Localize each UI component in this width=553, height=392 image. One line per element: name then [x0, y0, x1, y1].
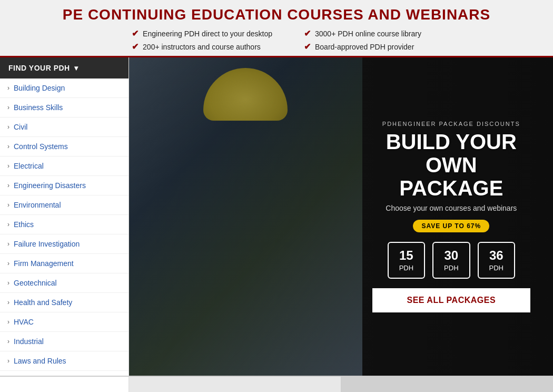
- feature-label-1: Engineering PDH direct to your desktop: [143, 30, 272, 38]
- pdh-number-15: 15: [399, 248, 413, 263]
- list-item: ›Engineering Disasters: [0, 176, 129, 195]
- sidebar-item-label: Health and Safety: [14, 298, 72, 307]
- sidebar-item-laws-rules[interactable]: ›Laws and Rules: [0, 351, 129, 370]
- sidebar-item-control-systems[interactable]: ›Control Systems: [0, 137, 129, 156]
- list-item: ›Building Design: [0, 79, 129, 98]
- chevron-icon: ›: [7, 279, 9, 287]
- sidebar-item-industrial[interactable]: ›Industrial: [0, 332, 129, 351]
- sidebar-item-label: Control Systems: [14, 142, 68, 151]
- chevron-icon: ›: [7, 338, 9, 345]
- list-item: ›Firm Management: [0, 254, 129, 273]
- feature-item-3: ✔ 3000+ PDH online course library: [304, 28, 421, 38]
- bottom-section: THE #1 THING TO CONSIDER WHEN SELECTING …: [0, 376, 553, 392]
- chevron-icon: ›: [7, 123, 9, 131]
- pdh-number-30: 30: [444, 248, 458, 263]
- list-item: ›Civil: [0, 117, 129, 137]
- pdh-option-30[interactable]: 30 PDH: [432, 242, 470, 279]
- pdh-option-15[interactable]: 15 PDH: [388, 242, 425, 279]
- list-item: ›Failure Investigation: [0, 234, 129, 254]
- check-icon-1: ✔: [132, 28, 139, 38]
- chevron-icon: ›: [7, 84, 9, 92]
- sidebar-item-failure-investigation[interactable]: ›Failure Investigation: [0, 234, 129, 253]
- pdh-label-30: PDH: [444, 264, 458, 272]
- list-item: ›Health and Safety: [0, 293, 129, 312]
- sidebar-item-hvac[interactable]: ›HVAC: [0, 312, 129, 331]
- sidebar-item-label: Firm Management: [14, 259, 74, 268]
- chevron-icon: ›: [7, 318, 9, 326]
- sidebar-item-civil[interactable]: ›Civil: [0, 117, 129, 136]
- sidebar-item-business-skills[interactable]: ›Business Skills: [0, 98, 129, 117]
- chevron-icon: ›: [7, 143, 9, 150]
- list-item: ›Industrial: [0, 332, 129, 351]
- sidebar-item-label: Electrical: [14, 162, 44, 170]
- list-item: ›Environmental: [0, 195, 129, 215]
- list-item: ›Ethics: [0, 215, 129, 234]
- sidebar-item-electrical[interactable]: ›Electrical: [0, 156, 129, 175]
- sidebar-item-label: Engineering Disasters: [14, 181, 86, 190]
- hero-section: PDHENGINEER PACKAGE DISCOUNTS BUILD YOUR…: [129, 57, 553, 376]
- chevron-icon: ›: [7, 201, 9, 209]
- page-title: PE CONTINUING EDUCATION COURSES AND WEBI…: [0, 6, 553, 23]
- sidebar-item-environmental[interactable]: ›Environmental: [0, 195, 129, 214]
- sidebar-item-geotechnical[interactable]: ›Geotechnical: [0, 273, 129, 292]
- feature-item-2: ✔ 200+ instructors and course authors: [132, 42, 272, 52]
- sidebar-header-label: FIND YOUR PDH: [8, 64, 70, 72]
- features-col-right: ✔ 3000+ PDH online course library ✔ Boar…: [304, 28, 421, 52]
- sidebar-item-label: Environmental: [14, 201, 61, 209]
- chevron-icon: ›: [7, 357, 9, 365]
- pdh-card[interactable]: THE #1 THING TO CONSIDER WHEN SELECTING …: [129, 377, 341, 392]
- pdh-label-36: PDH: [489, 264, 503, 272]
- main-layout: FIND YOUR PDH ▾ ›Building Design ›Busine…: [0, 57, 553, 376]
- sidebar-nav: ›Building Design ›Business Skills ›Civil…: [0, 79, 129, 376]
- sidebar-item-building-design[interactable]: ›Building Design: [0, 79, 129, 97]
- feature-label-2: 200+ instructors and course authors: [143, 43, 261, 51]
- check-icon-2: ✔: [132, 42, 139, 52]
- feature-label-3: 3000+ PDH online course library: [315, 30, 421, 38]
- hero-title-line2: PACKAGE: [399, 177, 503, 200]
- sidebar-item-health-safety[interactable]: ›Health and Safety: [0, 293, 129, 312]
- spotlight-card[interactable]: 🔦 CUSTOMER SPOTLIGHT: [341, 377, 553, 392]
- chevron-icon: ›: [7, 221, 9, 228]
- chevron-icon: ›: [7, 260, 9, 267]
- pdh-number-36: 36: [489, 248, 503, 263]
- check-icon-4: ✔: [304, 42, 311, 52]
- hero-title-line1: BUILD YOUR OWN: [386, 130, 517, 177]
- chevron-icon: ›: [7, 299, 9, 306]
- bottom-sidebar-filler: [0, 377, 129, 392]
- see-all-packages-button[interactable]: SEE ALL PACKAGES: [372, 288, 530, 312]
- sidebar: FIND YOUR PDH ▾ ›Building Design ›Busine…: [0, 57, 129, 376]
- list-item: ›Electrical: [0, 156, 129, 176]
- sidebar-item-label: Laws and Rules: [14, 357, 66, 365]
- pdh-label-15: PDH: [399, 264, 413, 272]
- pdh-option-36[interactable]: 36 PDH: [478, 242, 515, 279]
- feature-label-4: Board-approved PDH provider: [315, 43, 414, 51]
- sidebar-item-label: Failure Investigation: [14, 240, 80, 248]
- list-item: ›HVAC: [0, 312, 129, 332]
- page-header: PE CONTINUING EDUCATION COURSES AND WEBI…: [0, 0, 553, 57]
- sidebar-item-label: Geotechnical: [14, 279, 57, 287]
- sidebar-item-label: Business Skills: [14, 103, 63, 112]
- chevron-icon: ›: [7, 240, 9, 248]
- chevron-icon: ›: [7, 182, 9, 189]
- hero-content: PDHENGINEER PACKAGE DISCOUNTS BUILD YOUR…: [350, 57, 553, 376]
- hero-subtitle: Choose your own courses and webinars: [386, 204, 517, 212]
- sidebar-item-engineering-disasters[interactable]: ›Engineering Disasters: [0, 176, 129, 195]
- sidebar-item-label: HVAC: [14, 318, 34, 326]
- list-item: ›Business Skills: [0, 98, 129, 117]
- sidebar-item-label: Building Design: [14, 84, 65, 92]
- dropdown-icon: ▾: [74, 64, 78, 72]
- sidebar-item-firm-management[interactable]: ›Firm Management: [0, 254, 129, 273]
- features-row: ✔ Engineering PDH direct to your desktop…: [0, 28, 553, 52]
- chevron-icon: ›: [7, 104, 9, 111]
- hero-title: BUILD YOUR OWN PACKAGE: [360, 130, 542, 200]
- chevron-icon: ›: [7, 162, 9, 170]
- list-item: ›Laws and Rules: [0, 351, 129, 371]
- bottom-cards: THE #1 THING TO CONSIDER WHEN SELECTING …: [129, 377, 553, 392]
- sidebar-item-label: Civil: [14, 123, 27, 131]
- save-badge: SAVE UP TO 67%: [413, 220, 489, 232]
- features-col-left: ✔ Engineering PDH direct to your desktop…: [132, 28, 272, 52]
- feature-item-4: ✔ Board-approved PDH provider: [304, 42, 421, 52]
- list-item: ›Geotechnical: [0, 273, 129, 293]
- sidebar-item-ethics[interactable]: ›Ethics: [0, 215, 129, 234]
- sidebar-header: FIND YOUR PDH ▾: [0, 57, 129, 79]
